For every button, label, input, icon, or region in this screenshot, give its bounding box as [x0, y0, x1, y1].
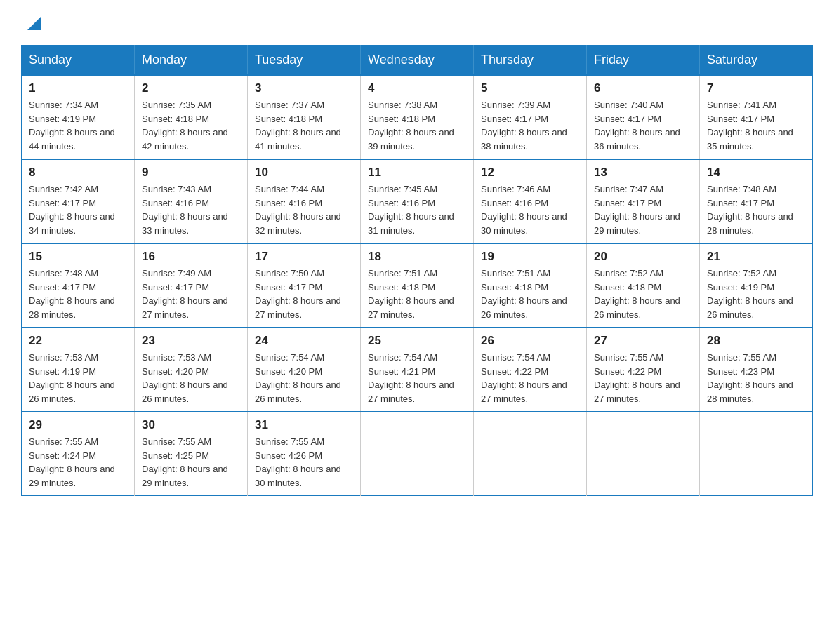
logo — [21, 14, 45, 31]
day-info: Sunrise: 7:48 AMSunset: 4:17 PMDaylight:… — [707, 184, 793, 236]
logo-wordmark — [21, 14, 45, 31]
calendar-cell: 17 Sunrise: 7:50 AMSunset: 4:17 PMDaylig… — [248, 243, 361, 328]
calendar-cell: 12 Sunrise: 7:46 AMSunset: 4:16 PMDaylig… — [474, 159, 587, 243]
day-number: 15 — [29, 250, 127, 264]
calendar-cell: 29 Sunrise: 7:55 AMSunset: 4:24 PMDaylig… — [22, 412, 135, 496]
calendar-cell: 19 Sunrise: 7:51 AMSunset: 4:18 PMDaylig… — [474, 243, 587, 328]
calendar-cell: 5 Sunrise: 7:39 AMSunset: 4:17 PMDayligh… — [474, 75, 587, 159]
day-info: Sunrise: 7:48 AMSunset: 4:17 PMDaylight:… — [29, 268, 115, 320]
day-number: 13 — [594, 166, 692, 180]
day-number: 8 — [29, 166, 127, 180]
day-info: Sunrise: 7:35 AMSunset: 4:18 PMDaylight:… — [142, 100, 228, 152]
day-number: 6 — [594, 81, 692, 95]
day-info: Sunrise: 7:55 AMSunset: 4:26 PMDaylight:… — [255, 436, 341, 488]
calendar-cell: 6 Sunrise: 7:40 AMSunset: 4:17 PMDayligh… — [587, 75, 700, 159]
weekday-header-wednesday: Wednesday — [361, 46, 474, 76]
day-info: Sunrise: 7:51 AMSunset: 4:18 PMDaylight:… — [481, 268, 567, 320]
calendar-cell — [361, 412, 474, 496]
calendar-cell: 27 Sunrise: 7:55 AMSunset: 4:22 PMDaylig… — [587, 328, 700, 412]
calendar-cell: 28 Sunrise: 7:55 AMSunset: 4:23 PMDaylig… — [700, 328, 813, 412]
day-number: 21 — [707, 250, 805, 264]
day-number: 12 — [481, 166, 579, 180]
calendar-cell: 24 Sunrise: 7:54 AMSunset: 4:20 PMDaylig… — [248, 328, 361, 412]
day-number: 10 — [255, 166, 353, 180]
day-number: 16 — [142, 250, 240, 264]
day-info: Sunrise: 7:43 AMSunset: 4:16 PMDaylight:… — [142, 184, 228, 236]
weekday-header-row: SundayMondayTuesdayWednesdayThursdayFrid… — [22, 46, 813, 76]
calendar-cell: 4 Sunrise: 7:38 AMSunset: 4:18 PMDayligh… — [361, 75, 474, 159]
day-info: Sunrise: 7:38 AMSunset: 4:18 PMDaylight:… — [368, 100, 454, 152]
calendar-week-5: 29 Sunrise: 7:55 AMSunset: 4:24 PMDaylig… — [22, 412, 813, 496]
weekday-header-saturday: Saturday — [700, 46, 813, 76]
calendar-cell: 13 Sunrise: 7:47 AMSunset: 4:17 PMDaylig… — [587, 159, 700, 243]
calendar-cell: 7 Sunrise: 7:41 AMSunset: 4:17 PMDayligh… — [700, 75, 813, 159]
day-number: 31 — [255, 418, 353, 432]
weekday-header-tuesday: Tuesday — [248, 46, 361, 76]
calendar-cell: 3 Sunrise: 7:37 AMSunset: 4:18 PMDayligh… — [248, 75, 361, 159]
weekday-header-sunday: Sunday — [22, 46, 135, 76]
day-info: Sunrise: 7:52 AMSunset: 4:19 PMDaylight:… — [707, 268, 793, 320]
day-number: 1 — [29, 81, 127, 95]
calendar-cell — [474, 412, 587, 496]
day-number: 17 — [255, 250, 353, 264]
day-info: Sunrise: 7:55 AMSunset: 4:25 PMDaylight:… — [142, 436, 228, 488]
day-info: Sunrise: 7:50 AMSunset: 4:17 PMDaylight:… — [255, 268, 341, 320]
calendar-week-1: 1 Sunrise: 7:34 AMSunset: 4:19 PMDayligh… — [22, 75, 813, 159]
calendar-cell: 2 Sunrise: 7:35 AMSunset: 4:18 PMDayligh… — [135, 75, 248, 159]
day-info: Sunrise: 7:40 AMSunset: 4:17 PMDaylight:… — [594, 100, 680, 152]
weekday-header-friday: Friday — [587, 46, 700, 76]
calendar-cell: 10 Sunrise: 7:44 AMSunset: 4:16 PMDaylig… — [248, 159, 361, 243]
day-number: 27 — [594, 334, 692, 348]
calendar-cell: 26 Sunrise: 7:54 AMSunset: 4:22 PMDaylig… — [474, 328, 587, 412]
day-number: 30 — [142, 418, 240, 432]
calendar-cell — [700, 412, 813, 496]
weekday-header-monday: Monday — [135, 46, 248, 76]
weekday-header-thursday: Thursday — [474, 46, 587, 76]
calendar-cell: 21 Sunrise: 7:52 AMSunset: 4:19 PMDaylig… — [700, 243, 813, 328]
day-number: 18 — [368, 250, 466, 264]
day-info: Sunrise: 7:55 AMSunset: 4:24 PMDaylight:… — [29, 436, 115, 488]
day-info: Sunrise: 7:54 AMSunset: 4:22 PMDaylight:… — [481, 352, 567, 404]
day-info: Sunrise: 7:46 AMSunset: 4:16 PMDaylight:… — [481, 184, 567, 236]
day-info: Sunrise: 7:54 AMSunset: 4:20 PMDaylight:… — [255, 352, 341, 404]
day-number: 28 — [707, 334, 805, 348]
day-number: 9 — [142, 166, 240, 180]
day-info: Sunrise: 7:44 AMSunset: 4:16 PMDaylight:… — [255, 184, 341, 236]
day-number: 22 — [29, 334, 127, 348]
day-info: Sunrise: 7:34 AMSunset: 4:19 PMDaylight:… — [29, 100, 115, 152]
day-info: Sunrise: 7:55 AMSunset: 4:23 PMDaylight:… — [707, 352, 793, 404]
day-number: 23 — [142, 334, 240, 348]
day-number: 26 — [481, 334, 579, 348]
calendar-cell: 20 Sunrise: 7:52 AMSunset: 4:18 PMDaylig… — [587, 243, 700, 328]
calendar-cell: 11 Sunrise: 7:45 AMSunset: 4:16 PMDaylig… — [361, 159, 474, 243]
day-number: 3 — [255, 81, 353, 95]
calendar-cell: 22 Sunrise: 7:53 AMSunset: 4:19 PMDaylig… — [22, 328, 135, 412]
day-info: Sunrise: 7:39 AMSunset: 4:17 PMDaylight:… — [481, 100, 567, 152]
logo-triangle-icon — [24, 13, 45, 34]
calendar-week-3: 15 Sunrise: 7:48 AMSunset: 4:17 PMDaylig… — [22, 243, 813, 328]
calendar-cell: 8 Sunrise: 7:42 AMSunset: 4:17 PMDayligh… — [22, 159, 135, 243]
calendar-cell: 9 Sunrise: 7:43 AMSunset: 4:16 PMDayligh… — [135, 159, 248, 243]
day-number: 2 — [142, 81, 240, 95]
page-header — [21, 14, 813, 31]
day-info: Sunrise: 7:49 AMSunset: 4:17 PMDaylight:… — [142, 268, 228, 320]
calendar-cell: 1 Sunrise: 7:34 AMSunset: 4:19 PMDayligh… — [22, 75, 135, 159]
day-info: Sunrise: 7:51 AMSunset: 4:18 PMDaylight:… — [368, 268, 454, 320]
day-number: 29 — [29, 418, 127, 432]
calendar-cell: 14 Sunrise: 7:48 AMSunset: 4:17 PMDaylig… — [700, 159, 813, 243]
day-info: Sunrise: 7:52 AMSunset: 4:18 PMDaylight:… — [594, 268, 680, 320]
day-info: Sunrise: 7:45 AMSunset: 4:16 PMDaylight:… — [368, 184, 454, 236]
day-number: 11 — [368, 166, 466, 180]
calendar-cell: 31 Sunrise: 7:55 AMSunset: 4:26 PMDaylig… — [248, 412, 361, 496]
calendar-header: SundayMondayTuesdayWednesdayThursdayFrid… — [22, 46, 813, 76]
day-number: 19 — [481, 250, 579, 264]
day-number: 20 — [594, 250, 692, 264]
day-number: 24 — [255, 334, 353, 348]
calendar-cell: 23 Sunrise: 7:53 AMSunset: 4:20 PMDaylig… — [135, 328, 248, 412]
day-number: 4 — [368, 81, 466, 95]
day-info: Sunrise: 7:42 AMSunset: 4:17 PMDaylight:… — [29, 184, 115, 236]
calendar-body: 1 Sunrise: 7:34 AMSunset: 4:19 PMDayligh… — [22, 75, 813, 496]
calendar-cell — [587, 412, 700, 496]
day-info: Sunrise: 7:41 AMSunset: 4:17 PMDaylight:… — [707, 100, 793, 152]
calendar-table: SundayMondayTuesdayWednesdayThursdayFrid… — [21, 45, 813, 496]
